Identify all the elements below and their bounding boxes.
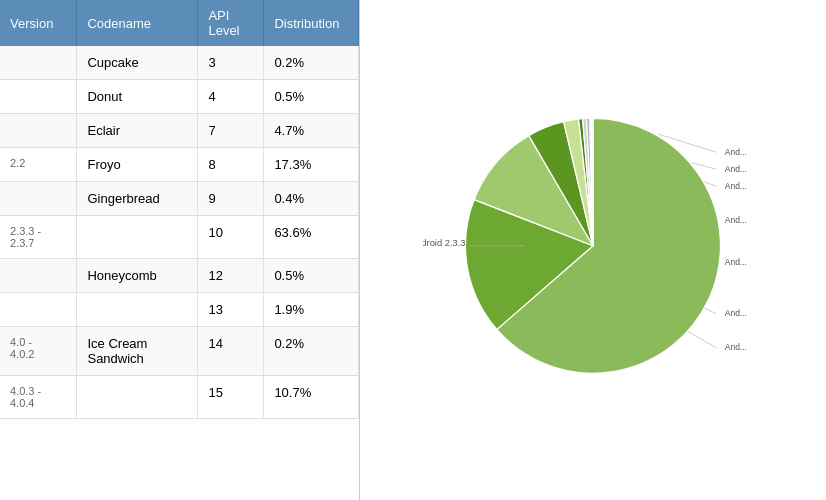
api-header: API Level: [198, 0, 264, 46]
dist-cell: 0.5%: [264, 80, 359, 114]
dist-cell: 0.5%: [264, 259, 359, 293]
codename-cell: Gingerbread: [77, 182, 198, 216]
api-cell: 12: [198, 259, 264, 293]
legend-label-1: And...: [725, 147, 747, 157]
codename-cell: Honeycomb: [77, 259, 198, 293]
dist-cell: 0.4%: [264, 182, 359, 216]
dist-cell: 0.2%: [264, 46, 359, 80]
dist-cell: 0.2%: [264, 327, 359, 376]
version-cell: [0, 259, 77, 293]
api-cell: 8: [198, 148, 264, 182]
table-row: 4.0.3 - 4.0.4 15 10.7%: [0, 376, 359, 419]
dist-cell: 4.7%: [264, 114, 359, 148]
api-cell: 15: [198, 376, 264, 419]
api-cell: 3: [198, 46, 264, 80]
version-cell: [0, 182, 77, 216]
codename-cell: [77, 216, 198, 259]
pie-chart-svg: Android 2.3.3 And... And... And... And..…: [423, 90, 763, 410]
api-cell: 9: [198, 182, 264, 216]
table-row: 2.2 Froyo 8 17.3%: [0, 148, 359, 182]
codename-cell: [77, 376, 198, 419]
table-row: 13 1.9%: [0, 293, 359, 327]
codename-header: Codename: [77, 0, 198, 46]
version-cell: [0, 80, 77, 114]
api-cell: 4: [198, 80, 264, 114]
table-row: Donut 4 0.5%: [0, 80, 359, 114]
api-cell: 13: [198, 293, 264, 327]
version-cell: 2.3.3 - 2.3.7: [0, 216, 77, 259]
dist-cell: 10.7%: [264, 376, 359, 419]
legend-label-5: And...: [725, 257, 747, 267]
center-label: Android 2.3.3: [423, 238, 466, 248]
dist-header: Distribution: [264, 0, 359, 46]
version-cell: [0, 114, 77, 148]
legend-label-2: And...: [725, 164, 747, 174]
version-cell: 4.0.3 - 4.0.4: [0, 376, 77, 419]
dist-cell: 1.9%: [264, 293, 359, 327]
legend-label-3: And...: [725, 181, 747, 191]
version-cell: 2.2: [0, 148, 77, 182]
codename-cell: Froyo: [77, 148, 198, 182]
dist-cell: 17.3%: [264, 148, 359, 182]
table-row: Eclair 7 4.7%: [0, 114, 359, 148]
legend-label-6: And...: [725, 308, 747, 318]
api-cell: 10: [198, 216, 264, 259]
codename-cell: Donut: [77, 80, 198, 114]
legend-label-4: And...: [725, 215, 747, 225]
version-cell: [0, 293, 77, 327]
table-row: Gingerbread 9 0.4%: [0, 182, 359, 216]
table-row: Cupcake 3 0.2%: [0, 46, 359, 80]
connector-line-1: [692, 163, 716, 170]
version-cell: [0, 46, 77, 80]
codename-cell: Eclair: [77, 114, 198, 148]
version-cell: 4.0 - 4.0.2: [0, 327, 77, 376]
api-cell: 14: [198, 327, 264, 376]
table-row: Honeycomb 12 0.5%: [0, 259, 359, 293]
table-row: 4.0 - 4.0.2 Ice Cream Sandwich 14 0.2%: [0, 327, 359, 376]
chart-panel: Android 2.3.3 And... And... And... And..…: [360, 0, 826, 500]
android-distribution-table: Version Codename API Level Distribution …: [0, 0, 359, 419]
codename-cell: Ice Cream Sandwich: [77, 327, 198, 376]
dist-cell: 63.6%: [264, 216, 359, 259]
data-table-panel: Version Codename API Level Distribution …: [0, 0, 360, 500]
codename-cell: [77, 293, 198, 327]
pie-chart-container: Android 2.3.3 And... And... And... And..…: [423, 90, 763, 410]
legend-label-7: And...: [725, 342, 747, 352]
version-header: Version: [0, 0, 77, 46]
api-cell: 7: [198, 114, 264, 148]
table-row: 2.3.3 - 2.3.7 10 63.6%: [0, 216, 359, 259]
codename-cell: Cupcake: [77, 46, 198, 80]
